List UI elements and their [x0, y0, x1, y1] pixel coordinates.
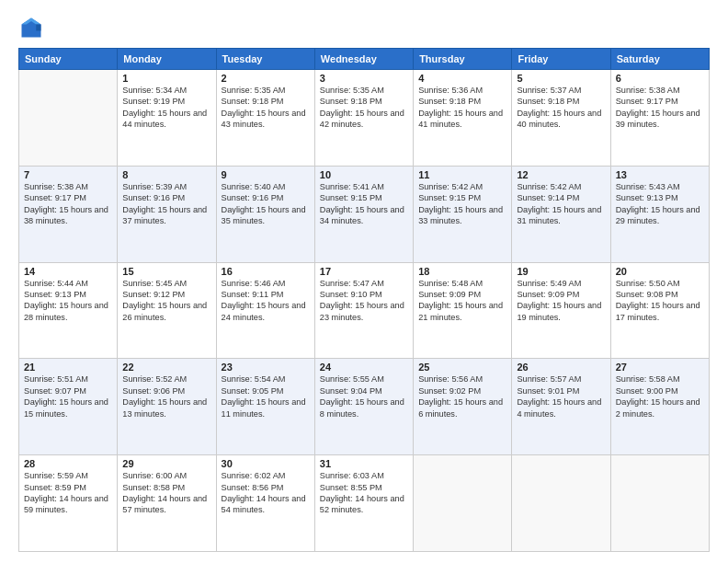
calendar-cell: 11Sunrise: 5:42 AM Sunset: 9:15 PM Dayli…: [414, 166, 512, 262]
calendar-week-row: 1Sunrise: 5:34 AM Sunset: 9:19 PM Daylig…: [19, 70, 710, 167]
calendar-cell: 12Sunrise: 5:42 AM Sunset: 9:14 PM Dayli…: [512, 166, 610, 262]
weekday-header: Tuesday: [216, 49, 314, 70]
day-number: 28: [24, 458, 112, 469]
day-info: Sunrise: 5:54 AM Sunset: 9:05 PM Dayligh…: [222, 373, 310, 419]
day-number: 29: [122, 458, 210, 469]
day-number: 31: [320, 458, 408, 469]
day-info: Sunrise: 5:52 AM Sunset: 9:06 PM Dayligh…: [122, 373, 210, 419]
calendar-cell: 7Sunrise: 5:38 AM Sunset: 9:17 PM Daylig…: [19, 166, 118, 262]
day-info: Sunrise: 5:38 AM Sunset: 9:17 PM Dayligh…: [616, 85, 704, 131]
calendar-table: SundayMondayTuesdayWednesdayThursdayFrid…: [18, 48, 710, 552]
day-number: 14: [24, 266, 112, 277]
calendar-cell: 3Sunrise: 5:35 AM Sunset: 9:18 PM Daylig…: [314, 70, 413, 167]
day-number: 6: [616, 73, 704, 84]
calendar-week-row: 14Sunrise: 5:44 AM Sunset: 9:13 PM Dayli…: [19, 262, 710, 359]
day-info: Sunrise: 5:58 AM Sunset: 9:00 PM Dayligh…: [616, 373, 704, 419]
calendar-cell: 1Sunrise: 5:34 AM Sunset: 9:19 PM Daylig…: [118, 70, 216, 167]
calendar-week-row: 7Sunrise: 5:38 AM Sunset: 9:17 PM Daylig…: [19, 166, 710, 262]
calendar-cell: 21Sunrise: 5:51 AM Sunset: 9:07 PM Dayli…: [19, 359, 118, 455]
day-number: 15: [122, 266, 210, 277]
day-number: 26: [517, 362, 605, 373]
day-info: Sunrise: 5:56 AM Sunset: 9:02 PM Dayligh…: [418, 373, 506, 419]
calendar-cell: 9Sunrise: 5:40 AM Sunset: 9:16 PM Daylig…: [216, 166, 314, 262]
calendar-cell: 10Sunrise: 5:41 AM Sunset: 9:15 PM Dayli…: [314, 166, 413, 262]
day-info: Sunrise: 5:59 AM Sunset: 8:59 PM Dayligh…: [24, 470, 112, 516]
day-number: 9: [222, 169, 310, 180]
logo: [18, 15, 48, 40]
calendar-cell: 16Sunrise: 5:46 AM Sunset: 9:11 PM Dayli…: [216, 262, 314, 359]
calendar-cell: 26Sunrise: 5:57 AM Sunset: 9:01 PM Dayli…: [512, 359, 610, 455]
day-info: Sunrise: 5:42 AM Sunset: 9:14 PM Dayligh…: [517, 181, 605, 227]
day-number: 30: [222, 458, 310, 469]
calendar-cell: [19, 70, 118, 167]
day-info: Sunrise: 5:41 AM Sunset: 9:15 PM Dayligh…: [320, 181, 408, 227]
calendar-cell: 4Sunrise: 5:36 AM Sunset: 9:18 PM Daylig…: [414, 70, 512, 167]
day-number: 24: [320, 362, 408, 373]
day-info: Sunrise: 5:34 AM Sunset: 9:19 PM Dayligh…: [122, 85, 210, 131]
calendar-cell: 30Sunrise: 6:02 AM Sunset: 8:56 PM Dayli…: [216, 455, 314, 552]
day-info: Sunrise: 5:40 AM Sunset: 9:16 PM Dayligh…: [222, 181, 310, 227]
day-number: 8: [122, 169, 210, 180]
day-info: Sunrise: 5:37 AM Sunset: 9:18 PM Dayligh…: [517, 85, 605, 131]
day-info: Sunrise: 5:48 AM Sunset: 9:09 PM Dayligh…: [418, 278, 506, 324]
calendar-cell: 8Sunrise: 5:39 AM Sunset: 9:16 PM Daylig…: [118, 166, 216, 262]
logo-icon: [18, 15, 44, 40]
calendar-cell: 14Sunrise: 5:44 AM Sunset: 9:13 PM Dayli…: [19, 262, 118, 359]
day-info: Sunrise: 5:46 AM Sunset: 9:11 PM Dayligh…: [222, 278, 310, 324]
day-info: Sunrise: 5:35 AM Sunset: 9:18 PM Dayligh…: [222, 85, 310, 131]
calendar-cell: 24Sunrise: 5:55 AM Sunset: 9:04 PM Dayli…: [314, 359, 413, 455]
day-number: 19: [517, 266, 605, 277]
weekday-header-row: SundayMondayTuesdayWednesdayThursdayFrid…: [19, 49, 710, 70]
day-number: 3: [320, 73, 408, 84]
day-info: Sunrise: 5:45 AM Sunset: 9:12 PM Dayligh…: [122, 278, 210, 324]
day-number: 4: [418, 73, 506, 84]
day-info: Sunrise: 5:38 AM Sunset: 9:17 PM Dayligh…: [24, 181, 112, 227]
day-number: 13: [616, 169, 704, 180]
day-number: 2: [222, 73, 310, 84]
calendar-cell: 29Sunrise: 6:00 AM Sunset: 8:58 PM Dayli…: [118, 455, 216, 552]
day-number: 7: [24, 169, 112, 180]
day-info: Sunrise: 5:55 AM Sunset: 9:04 PM Dayligh…: [320, 373, 408, 419]
day-number: 21: [24, 362, 112, 373]
calendar-cell: 15Sunrise: 5:45 AM Sunset: 9:12 PM Dayli…: [118, 262, 216, 359]
day-number: 16: [222, 266, 310, 277]
weekday-header: Saturday: [610, 49, 709, 70]
calendar-week-row: 28Sunrise: 5:59 AM Sunset: 8:59 PM Dayli…: [19, 455, 710, 552]
weekday-header: Sunday: [19, 49, 118, 70]
day-info: Sunrise: 5:42 AM Sunset: 9:15 PM Dayligh…: [418, 181, 506, 227]
day-number: 17: [320, 266, 408, 277]
calendar-week-row: 21Sunrise: 5:51 AM Sunset: 9:07 PM Dayli…: [19, 359, 710, 455]
svg-marker-2: [36, 25, 40, 31]
calendar-cell: [610, 455, 709, 552]
day-info: Sunrise: 5:51 AM Sunset: 9:07 PM Dayligh…: [24, 373, 112, 419]
calendar-cell: 2Sunrise: 5:35 AM Sunset: 9:18 PM Daylig…: [216, 70, 314, 167]
day-info: Sunrise: 5:43 AM Sunset: 9:13 PM Dayligh…: [616, 181, 704, 227]
calendar-cell: 17Sunrise: 5:47 AM Sunset: 9:10 PM Dayli…: [314, 262, 413, 359]
weekday-header: Thursday: [414, 49, 512, 70]
day-info: Sunrise: 5:44 AM Sunset: 9:13 PM Dayligh…: [24, 278, 112, 324]
day-number: 20: [616, 266, 704, 277]
weekday-header: Wednesday: [314, 49, 413, 70]
day-number: 18: [418, 266, 506, 277]
day-number: 27: [616, 362, 704, 373]
day-number: 5: [517, 73, 605, 84]
calendar-cell: 13Sunrise: 5:43 AM Sunset: 9:13 PM Dayli…: [610, 166, 709, 262]
calendar-cell: 6Sunrise: 5:38 AM Sunset: 9:17 PM Daylig…: [610, 70, 709, 167]
day-info: Sunrise: 5:57 AM Sunset: 9:01 PM Dayligh…: [517, 373, 605, 419]
weekday-header: Monday: [118, 49, 216, 70]
day-number: 25: [418, 362, 506, 373]
calendar-cell: 28Sunrise: 5:59 AM Sunset: 8:59 PM Dayli…: [19, 455, 118, 552]
calendar-cell: [512, 455, 610, 552]
day-number: 11: [418, 169, 506, 180]
day-info: Sunrise: 5:47 AM Sunset: 9:10 PM Dayligh…: [320, 278, 408, 324]
day-info: Sunrise: 6:02 AM Sunset: 8:56 PM Dayligh…: [222, 470, 310, 516]
day-info: Sunrise: 5:49 AM Sunset: 9:09 PM Dayligh…: [517, 278, 605, 324]
calendar-cell: 31Sunrise: 6:03 AM Sunset: 8:55 PM Dayli…: [314, 455, 413, 552]
page: SundayMondayTuesdayWednesdayThursdayFrid…: [0, 0, 728, 563]
day-info: Sunrise: 5:50 AM Sunset: 9:08 PM Dayligh…: [616, 278, 704, 324]
day-number: 12: [517, 169, 605, 180]
weekday-header: Friday: [512, 49, 610, 70]
calendar-cell: 18Sunrise: 5:48 AM Sunset: 9:09 PM Dayli…: [414, 262, 512, 359]
day-info: Sunrise: 6:03 AM Sunset: 8:55 PM Dayligh…: [320, 470, 408, 516]
day-number: 1: [122, 73, 210, 84]
